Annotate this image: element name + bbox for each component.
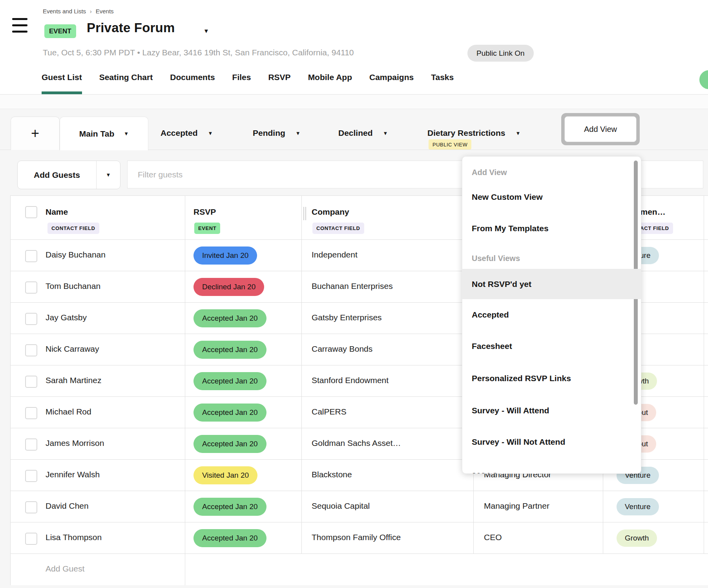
chevron-down-icon: ▼ [106,172,111,178]
menu-item-facesheet[interactable]: Facesheet [462,334,641,358]
guest-name: Michael Rod [46,407,91,416]
add-guests-label: Add Guests [18,161,96,189]
rsvp-status-pill: Accepted Jan 20 [193,404,266,422]
guest-company: Thompson Family Office [312,533,401,542]
column-header-rsvp: RSVP [193,207,216,217]
rsvp-status-pill: Accepted Jan 20 [193,372,266,390]
hamburger-menu-icon[interactable] [12,18,27,33]
view-tab-pending[interactable]: Pending▼ [253,117,301,150]
menu-item-new-custom-view[interactable]: New Custom View [462,185,641,209]
nav-tab-campaigns[interactable]: Campaigns [369,71,414,94]
menu-item-survey-will-attend[interactable]: Survey - Will Attend [462,398,641,423]
guest-name: Nick Carraway [46,344,99,354]
event-datetime-location: Tue, Oct 5, 6:30 PM PDT • Lazy Bear, 341… [43,48,354,57]
nav-tab-files[interactable]: Files [232,71,251,94]
guest-name: Tom Buchanan [46,281,100,291]
public-view-badge: PUBLIC VIEW [429,139,471,150]
nav-tab-documents[interactable]: Documents [170,71,215,94]
view-tab-accepted[interactable]: Accepted▼ [161,117,213,150]
menu-item-not-rsvp-d-yet[interactable]: Not RSVP'd yet [462,269,641,299]
guest-company: Buchanan Enterprises [312,281,393,291]
view-tab-main-tab[interactable]: Main Tab ▼ [60,117,148,150]
add-guest-placeholder: Add Guest [46,564,84,573]
rsvp-status-pill: Visited Jan 20 [193,466,257,484]
guest-company: Blackstone [312,470,352,479]
view-tab-declined[interactable]: Declined▼ [338,117,388,150]
view-tab-label: Accepted [161,128,198,138]
row-checkbox[interactable] [25,533,37,545]
rsvp-status-pill: Accepted Jan 20 [193,341,266,359]
guest-name: Sarah Martinez [46,376,101,385]
add-view-button[interactable]: Add View [564,116,637,142]
menu-item-2024-survey[interactable]: 2024 Survey [462,464,641,474]
chevron-down-icon: ▼ [124,131,129,137]
guest-name: James Morrison [46,438,104,448]
rsvp-status-pill: Accepted Jan 20 [193,498,266,516]
guest-company: CalPERS [312,407,347,416]
nav-tab-guest-list[interactable]: Guest List [42,71,82,94]
guest-company: Goldman Sachs Asset… [312,438,401,448]
guest-company: Carraway Bonds [312,344,372,354]
row-checkbox[interactable] [25,281,37,294]
event-type-badge: EVENT [44,24,76,38]
view-tab-label: Pending [253,128,285,138]
main-nav-tabs: Guest ListSeating ChartDocumentsFilesRSV… [42,71,454,94]
row-checkbox[interactable] [25,438,37,451]
view-tab-label: Dietary Restrictions [427,128,505,138]
row-checkbox[interactable] [25,470,37,482]
column-resize-handle[interactable] [303,207,307,220]
guest-company: Stanford Endowment [312,376,389,385]
menu-section-header: Add View [462,163,641,182]
add-view-tab-button[interactable]: + [11,117,60,150]
chevron-down-icon: ▼ [208,130,213,136]
page-title: Private Forum [87,20,175,35]
nav-tab-tasks[interactable]: Tasks [431,71,454,94]
column-badge-contact-field-2: CONTACT FIELD [312,223,364,234]
row-checkbox[interactable] [25,376,37,388]
menu-item-from-my-templates[interactable]: From My Templates [462,216,641,241]
rsvp-status-pill: Accepted Jan 20 [193,529,266,547]
row-checkbox[interactable] [25,407,37,419]
column-badge-contact-field: CONTACT FIELD [47,223,99,234]
table-row: Lisa ThompsonAccepted Jan 20Thompson Fam… [11,522,708,554]
breadcrumb-events[interactable]: Events [96,8,114,15]
nav-tab-rsvp[interactable]: RSVP [268,71,290,94]
help-fab[interactable] [699,70,708,89]
guest-title: Managing Partner [484,501,549,511]
menu-item-personalized-rsvp-links[interactable]: Personalized RSVP Links [462,366,641,391]
chevron-down-icon: ▼ [515,130,520,136]
nav-tab-mobile-app[interactable]: Mobile App [308,71,352,94]
guest-segment-tag: Venture [617,498,659,515]
view-tab-label: Declined [338,128,373,138]
rsvp-status-pill: Accepted Jan 20 [193,435,266,453]
rsvp-status-pill: Invited Jan 20 [193,247,257,265]
public-link-toggle[interactable]: Public Link On [467,45,534,62]
row-checkbox[interactable] [25,313,37,325]
column-divider [704,196,704,554]
breadcrumb-events-and-lists[interactable]: Events and Lists [43,8,86,15]
add-view-dropdown-menu: Add ViewNew Custom ViewFrom My Templates… [462,156,641,474]
nav-tab-seating-chart[interactable]: Seating Chart [99,71,153,94]
guest-name: Jay Gatsby [46,313,87,322]
add-guests-button[interactable]: Add Guests ▼ [17,161,120,189]
menu-item-survey-will-not-attend[interactable]: Survey - Will Not Attend [462,430,641,454]
select-all-checkbox[interactable] [25,206,37,218]
chevron-down-icon: ▼ [383,130,388,136]
menu-section-header: Useful Views [462,248,641,268]
view-tab-label: Main Tab [79,129,114,139]
guest-company: Gatsby Enterprises [312,313,382,322]
guest-name: Daisy Buchanan [46,250,106,259]
add-guest-row[interactable]: Add Guest [11,554,708,585]
column-header-name: Name [46,207,68,217]
guest-segment-tag: Growth [617,530,657,547]
title-chevron-down-icon[interactable]: ▼ [203,27,209,34]
add-guests-dropdown[interactable]: ▼ [96,161,120,189]
guest-name: Jennifer Walsh [46,470,100,479]
menu-item-accepted[interactable]: Accepted [462,303,641,327]
row-checkbox[interactable] [25,344,37,356]
table-row: David ChenAccepted Jan 20Sequoia Capital… [11,491,708,522]
column-divider [301,196,302,554]
row-checkbox[interactable] [25,501,37,513]
row-checkbox[interactable] [25,250,37,262]
page: Events and Lists › Events EVENT Private … [0,0,708,588]
